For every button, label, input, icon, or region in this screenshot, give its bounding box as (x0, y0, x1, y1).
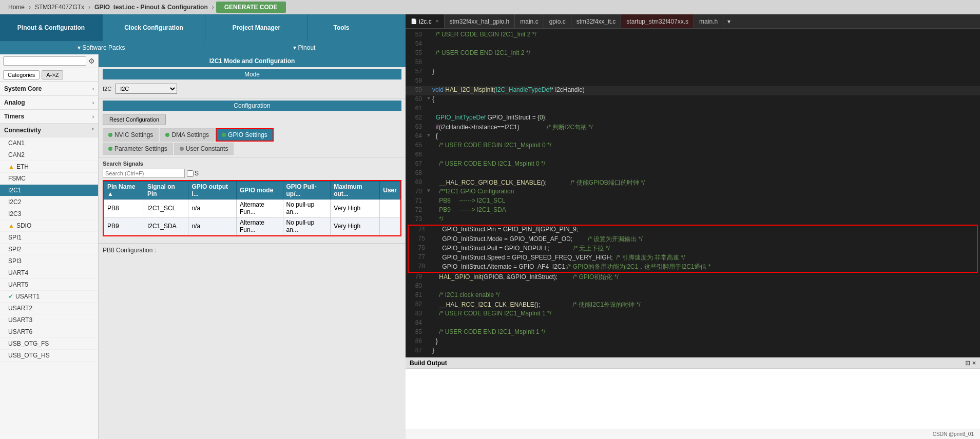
generate-code-button[interactable]: GENERATE CODE (216, 2, 286, 13)
file-icon-i2c: 📄 (411, 18, 417, 24)
file-tab-startup[interactable]: startup_stm32f407xx.s (621, 14, 694, 28)
file-tab-hal-gpio[interactable]: stm32f4xx_hal_gpio.h (445, 14, 515, 28)
nav-item-sdio[interactable]: ▲ SDIO (0, 220, 98, 232)
build-output-dock-icon[interactable]: ⊡ (965, 360, 970, 367)
code-line-73: 73 */ (406, 215, 980, 225)
file-tab-i2c[interactable]: 📄 i2c.c × (406, 14, 445, 28)
nav-item-spi3[interactable]: SPI3 (0, 255, 98, 267)
table-row[interactable]: PB8 I2C1_SCL n/a Alternate Fun... No pul… (104, 199, 400, 217)
nav-item-usart6[interactable]: USART6 (0, 326, 98, 338)
nav-group-system-core: System Core › (0, 82, 98, 96)
breadcrumb-mcu[interactable]: STM32F407ZGTx (31, 4, 88, 11)
nav-group-header-connectivity[interactable]: Connectivity ˅ (0, 124, 98, 137)
sub-tab-pinout[interactable]: ▾ Pinout (203, 41, 406, 54)
code-line-84: 84 (406, 319, 980, 328)
chevron-down-icon-connectivity: ˅ (91, 128, 94, 133)
connectivity-items: CAN1 CAN2 ▲ ETH FSMC (0, 137, 98, 362)
breadcrumb-home[interactable]: Home (4, 4, 29, 11)
nav-group-timers: Timers › (0, 110, 98, 124)
code-line-68: 68 (406, 169, 980, 178)
nav-item-can2[interactable]: CAN2 (0, 149, 98, 161)
breadcrumb-project[interactable]: GPIO_test.ioc - Pinout & Configuration (90, 4, 212, 11)
signals-show-only-checkbox[interactable] (187, 170, 194, 177)
chevron-right-icon-timers: › (92, 114, 94, 119)
nav-item-i2c3[interactable]: I2C3 (0, 208, 98, 220)
nav-group-header-analog[interactable]: Analog › (0, 96, 98, 110)
file-tab-main-c[interactable]: main.c (515, 14, 544, 28)
code-line-83: 83 /* USER CODE BEGIN I2C1_MspInit 1 */ (406, 310, 980, 319)
code-line-70: 70 ▼ /**I2C1 GPIO Configuration (406, 188, 980, 197)
nav-item-usart3[interactable]: USART3 (0, 314, 98, 326)
gear-icon[interactable]: ⚙ (88, 57, 95, 65)
tab-tools[interactable]: Tools (308, 14, 375, 41)
col-gpio-pull: GPIO Pull-up/... (283, 182, 331, 199)
nav-item-uart4[interactable]: UART4 (0, 267, 98, 279)
status-bar: CSDN @printf_01 (406, 429, 980, 439)
tab-dma-settings[interactable]: DMA Settings (160, 128, 215, 142)
code-line-66: 66 (406, 151, 980, 160)
code-line-55: 55 /* USER CODE END I2C1_Init 2 */ (406, 49, 980, 58)
nav-group-analog: Analog › (0, 96, 98, 110)
tab-pinout-config[interactable]: Pinout & Configuration (0, 14, 103, 41)
panel-title: I2C1 Mode and Configuration (99, 54, 406, 67)
sidebar: ⚙ Categories A->Z System Core › (0, 54, 99, 439)
code-line-78: 78 GPIO_InitStruct.Alternate = GPIO_AF4_… (409, 263, 977, 272)
code-line-53: 53 /* USER CODE BEGIN I2C1_Init 2 */ (406, 31, 980, 40)
code-line-56: 56 (406, 58, 980, 68)
file-tab-main-h[interactable]: main.h (694, 14, 723, 28)
code-line-65: 65 /* USER CODE BEGIN I2C1_MspInit 0 */ (406, 142, 980, 151)
mode-field-label: I2C (103, 86, 111, 92)
code-line-67: 67 /* USER CODE END I2C1_MspInit 0 */ (406, 160, 980, 169)
nav-group-connectivity: Connectivity ˅ CAN1 CAN2 ▲ (0, 124, 98, 362)
nav-item-uart5[interactable]: UART5 (0, 279, 98, 291)
code-line-77: 77 GPIO_InitStruct.Speed = GPIO_SPEED_FR… (409, 253, 977, 263)
nav-group-header-system-core[interactable]: System Core › (0, 82, 98, 96)
build-output-label: Build Output (410, 360, 447, 367)
build-output-content (406, 369, 980, 429)
tab-user-constants[interactable]: User Constants (174, 143, 234, 155)
file-tab-gpio-c[interactable]: gpio.c (544, 14, 571, 28)
tab-parameter-settings[interactable]: Parameter Settings (103, 143, 173, 155)
code-editor-panel: 📄 i2c.c × stm32f4xx_hal_gpio.h main.c gp… (406, 14, 980, 439)
sub-tab-software-packs[interactable]: ▾ Software Packs (0, 41, 203, 54)
tab-project-manager[interactable]: Project Manager (205, 14, 308, 41)
nav-item-eth[interactable]: ▲ ETH (0, 161, 98, 173)
file-tab-it-c[interactable]: stm32f4xx_it.c (571, 14, 622, 28)
build-output-close-icon[interactable]: × (972, 360, 976, 367)
code-line-59: 59 void HAL_I2C_MspInit(I2C_HandleTypeDe… (406, 86, 980, 95)
top-tab-bar: Pinout & Configuration Clock Configurati… (0, 14, 406, 41)
code-line-76: 76 GPIO_InitStruct.Pull = GPIO_NOPULL; /… (409, 244, 977, 253)
nav-group-header-timers[interactable]: Timers › (0, 110, 98, 124)
signals-show-only-checkbox-label: S (187, 170, 199, 177)
code-line-62: 62 GPIO_InitTypeDef GPIO_InitStruct = {0… (406, 114, 980, 123)
nav-item-usart2[interactable]: USART2 (0, 303, 98, 314)
col-gpio-mode: GPIO mode (237, 182, 283, 199)
reset-config-button[interactable]: Reset Configuration (103, 114, 166, 125)
signals-search-input[interactable] (103, 169, 185, 178)
file-tab-more[interactable]: ▾ (723, 14, 735, 28)
nav-item-can1[interactable]: CAN1 (0, 137, 98, 149)
nav-item-usart1[interactable]: ✔ USART1 (0, 291, 98, 303)
tab-gpio-settings[interactable]: GPIO Settings (216, 128, 274, 142)
nav-item-spi1[interactable]: SPI1 (0, 232, 98, 244)
table-row[interactable]: PB9 I2C1_SDA n/a Alternate Fun... No pul… (104, 217, 400, 235)
status-text: CSDN @printf_01 (933, 431, 974, 437)
nav-item-usb-otg-fs[interactable]: USB_OTG_FS (0, 338, 98, 350)
tab-nvic-settings[interactable]: NVIC Settings (103, 128, 159, 142)
col-signal: Signal on Pin (144, 182, 188, 199)
tab-clock-config[interactable]: Clock Configuration (103, 14, 205, 41)
nav-item-spi2[interactable]: SPI2 (0, 244, 98, 255)
mode-select[interactable]: I2C (116, 84, 177, 94)
tab-atoz[interactable]: A->Z (42, 70, 63, 79)
ok-icon-usart1: ✔ (8, 293, 13, 300)
nav-item-i2c2[interactable]: I2C2 (0, 196, 98, 208)
close-icon-i2c[interactable]: × (436, 18, 439, 24)
tab-categories[interactable]: Categories (3, 70, 40, 79)
nav-item-fsmc[interactable]: FSMC (0, 173, 98, 185)
nav-item-usb-otg-hs[interactable]: USB_OTG_HS (0, 350, 98, 362)
code-area[interactable]: 53 /* USER CODE BEGIN I2C1_Init 2 */ 54 … (406, 29, 980, 357)
nav-item-i2c1[interactable]: I2C1 (0, 185, 98, 196)
code-line-71: 71 PB8 ------> I2C1_SCL (406, 197, 980, 206)
red-box-region: 74 GPIO_InitStruct.Pin = GPIO_PIN_8|GPIO… (408, 225, 978, 273)
search-input[interactable] (3, 56, 86, 66)
